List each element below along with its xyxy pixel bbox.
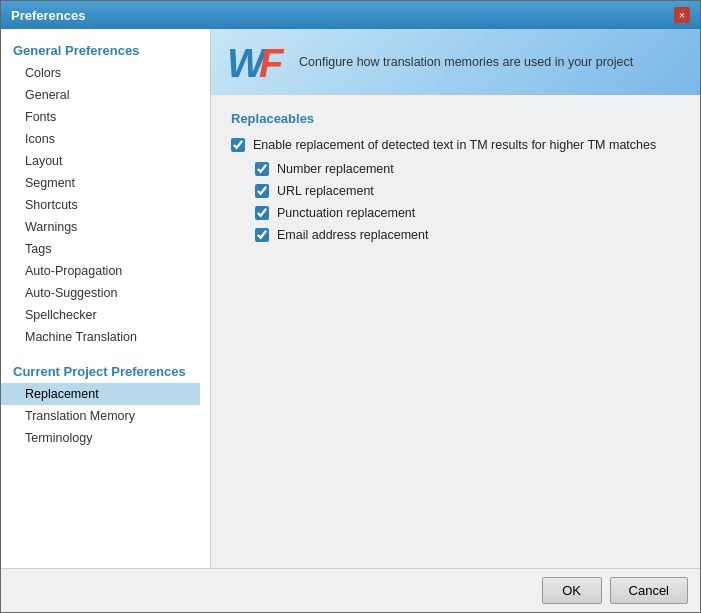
sidebar-item-warnings[interactable]: Warnings (1, 216, 200, 238)
close-button[interactable]: × (674, 7, 690, 23)
sidebar-item-shortcuts[interactable]: Shortcuts (1, 194, 200, 216)
dialog-title: Preferences (11, 8, 85, 23)
ok-button[interactable]: OK (542, 577, 602, 604)
svg-text:F: F (259, 41, 285, 83)
sidebar-item-icons[interactable]: Icons (1, 128, 200, 150)
sidebar-item-layout[interactable]: Layout (1, 150, 200, 172)
main-header: W F Configure how translation memories a… (211, 29, 700, 95)
url-replacement-row: URL replacement (255, 184, 680, 198)
number-replacement-label: Number replacement (277, 162, 394, 176)
email-replacement-label: Email address replacement (277, 228, 428, 242)
enable-replacement-label: Enable replacement of detected text in T… (253, 138, 656, 152)
dialog-body: General Preferences Colors General Fonts… (1, 29, 700, 568)
sidebar-content: General Preferences Colors General Fonts… (1, 29, 210, 457)
sidebar-item-auto-suggestion[interactable]: Auto-Suggestion (1, 282, 200, 304)
email-replacement-row: Email address replacement (255, 228, 680, 242)
punctuation-replacement-checkbox[interactable] (255, 206, 269, 220)
project-preferences-section[interactable]: Current Project Preferences (1, 358, 200, 383)
sidebar-item-fonts[interactable]: Fonts (1, 106, 200, 128)
sidebar-item-terminology[interactable]: Terminology (1, 427, 200, 449)
sidebar-item-replacement[interactable]: Replacement (1, 383, 200, 405)
main-body: Replaceables Enable replacement of detec… (211, 95, 700, 568)
sidebar: General Preferences Colors General Fonts… (1, 29, 211, 568)
dialog-footer: OK Cancel (1, 568, 700, 612)
sidebar-item-tags[interactable]: Tags (1, 238, 200, 260)
sidebar-item-machine-translation[interactable]: Machine Translation (1, 326, 200, 348)
replaceables-title: Replaceables (231, 111, 680, 126)
number-replacement-row: Number replacement (255, 162, 680, 176)
enable-replacement-checkbox[interactable] (231, 138, 245, 152)
enable-replacement-row: Enable replacement of detected text in T… (231, 138, 680, 152)
preferences-dialog: Preferences × General Preferences Colors… (0, 0, 701, 613)
sidebar-item-general[interactable]: General (1, 84, 200, 106)
sidebar-item-spellchecker[interactable]: Spellchecker (1, 304, 200, 326)
sidebar-item-translation-memory[interactable]: Translation Memory (1, 405, 200, 427)
sidebar-item-auto-propagation[interactable]: Auto-Propagation (1, 260, 200, 282)
url-replacement-checkbox[interactable] (255, 184, 269, 198)
url-replacement-label: URL replacement (277, 184, 374, 198)
punctuation-replacement-label: Punctuation replacement (277, 206, 415, 220)
general-preferences-section[interactable]: General Preferences (1, 37, 200, 62)
main-content: W F Configure how translation memories a… (211, 29, 700, 568)
sidebar-item-segment[interactable]: Segment (1, 172, 200, 194)
sidebar-item-colors[interactable]: Colors (1, 62, 200, 84)
wordfast-logo: W F (227, 41, 287, 83)
punctuation-replacement-row: Punctuation replacement (255, 206, 680, 220)
header-description: Configure how translation memories are u… (299, 55, 633, 69)
number-replacement-checkbox[interactable] (255, 162, 269, 176)
cancel-button[interactable]: Cancel (610, 577, 688, 604)
email-replacement-checkbox[interactable] (255, 228, 269, 242)
title-bar: Preferences × (1, 1, 700, 29)
